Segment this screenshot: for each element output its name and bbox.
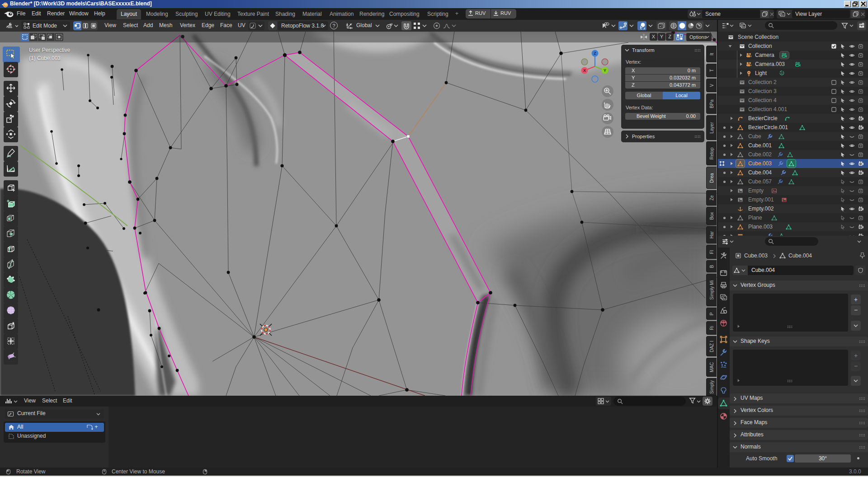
svg-text:Y: Y [604,68,606,73]
svg-text:X: X [583,68,586,73]
svg-text:Z: Z [594,51,596,56]
